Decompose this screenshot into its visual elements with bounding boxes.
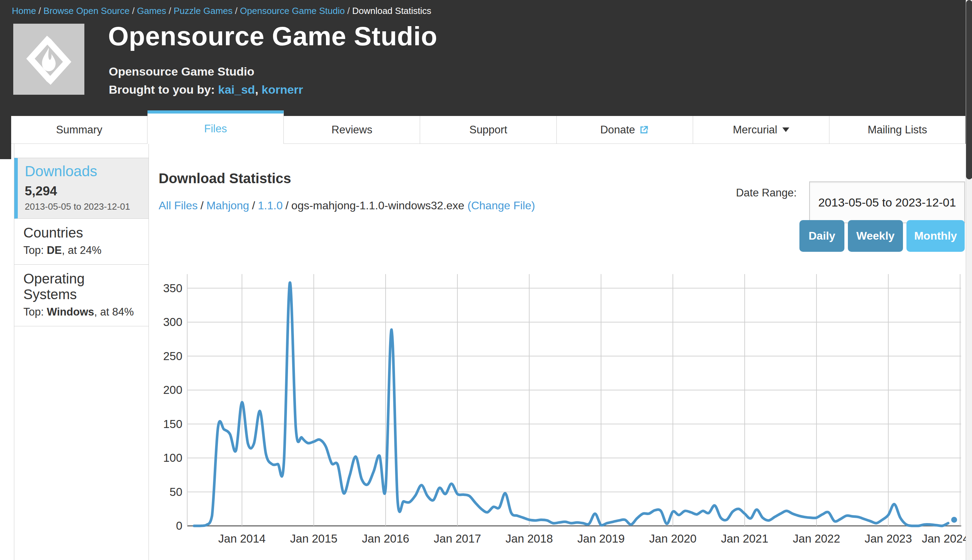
- tab-support[interactable]: Support: [420, 116, 556, 144]
- tab-donate-label: Donate: [601, 123, 635, 136]
- downloads-title: Downloads: [25, 163, 144, 180]
- svg-text:250: 250: [163, 350, 182, 363]
- breadcrumb-puzzle-games[interactable]: Puzzle Games: [174, 5, 233, 16]
- countries-top-value: DE: [47, 244, 62, 256]
- external-link-icon: [639, 125, 649, 135]
- breadcrumb-separator: /: [345, 5, 352, 16]
- svg-text:Jan 2015: Jan 2015: [290, 532, 338, 545]
- tab-reviews-label: Reviews: [331, 123, 372, 136]
- tab-support-label: Support: [469, 123, 507, 136]
- svg-text:Jan 2023: Jan 2023: [865, 532, 912, 545]
- breadcrumb-browse[interactable]: Browse Open Source: [43, 5, 130, 16]
- tab-bar: Summary Files Reviews Support Donate Mer…: [11, 110, 965, 144]
- scrollbar-thumb[interactable]: [966, 0, 972, 179]
- scrollbar-track[interactable]: [966, 0, 972, 560]
- svg-text:Jan 2014: Jan 2014: [218, 532, 266, 545]
- brought-by: Brought to you by: kai_sd, kornerr: [109, 83, 303, 97]
- breadcrumb-project[interactable]: Opensource Game Studio: [240, 5, 345, 16]
- svg-text:Jan 2020: Jan 2020: [649, 532, 697, 545]
- project-logo: [13, 24, 84, 95]
- breadcrumb-separator: /: [233, 5, 240, 16]
- maintainer-link-kai-sd[interactable]: kai_sd: [218, 83, 255, 96]
- tab-mercurial-label: Mercurial: [733, 123, 777, 136]
- os-title: Operating Systems: [23, 271, 140, 302]
- downloads-chart: 050100150200250300350Jan 2014Jan 2015Jan…: [152, 258, 968, 560]
- tab-summary-label: Summary: [56, 123, 102, 136]
- svg-text:Jan 2016: Jan 2016: [362, 532, 409, 545]
- breadcrumb: Home/Browse Open Source/Games/Puzzle Gam…: [12, 5, 431, 17]
- svg-text:150: 150: [163, 418, 182, 430]
- tab-mailing-lists-label: Mailing Lists: [868, 123, 927, 136]
- change-file-link[interactable]: (Change File): [467, 199, 535, 212]
- sidebar-item-countries[interactable]: Countries Top: DE, at 24%: [14, 219, 149, 265]
- os-top-prefix: Top:: [23, 306, 47, 318]
- page-title: Opensource Game Studio: [108, 21, 437, 51]
- maintainer-link-kornerr[interactable]: kornerr: [261, 83, 303, 96]
- svg-text:100: 100: [163, 451, 182, 464]
- monthly-button[interactable]: Monthly: [907, 220, 965, 252]
- countries-top-prefix: Top:: [23, 244, 47, 256]
- downloads-date-range: 2013-05-05 to 2023-12-01: [25, 201, 144, 212]
- date-range-label: Date Range:: [662, 187, 796, 199]
- tab-reviews[interactable]: Reviews: [284, 116, 420, 144]
- breadcrumb-current: Download Statistics: [352, 5, 431, 16]
- tab-mailing-lists[interactable]: Mailing Lists: [830, 116, 965, 144]
- svg-text:Jan 2024: Jan 2024: [922, 532, 968, 545]
- sidebar-empty-area: [14, 326, 149, 560]
- tab-mercurial[interactable]: Mercurial: [693, 116, 830, 144]
- tab-donate[interactable]: Donate: [557, 116, 693, 144]
- os-top-suffix: , at 84%: [94, 306, 134, 318]
- daily-button[interactable]: Daily: [800, 220, 845, 252]
- breadcrumb-home[interactable]: Home: [12, 5, 36, 16]
- svg-text:0: 0: [176, 519, 182, 532]
- svg-text:Jan 2018: Jan 2018: [505, 532, 553, 545]
- page-subtitle: Opensource Game Studio: [109, 65, 254, 78]
- page-section-heading: Download Statistics: [159, 171, 291, 186]
- file-path-filename: ogs-mahjong-1.1.0-windows32.exe: [291, 199, 464, 212]
- svg-text:200: 200: [163, 383, 182, 396]
- tab-files[interactable]: Files: [147, 110, 284, 144]
- tab-summary[interactable]: Summary: [11, 116, 147, 144]
- page: Home/Browse Open Source/Games/Puzzle Gam…: [0, 0, 972, 560]
- countries-top: Top: DE, at 24%: [23, 244, 140, 257]
- file-path-separator: /: [283, 199, 291, 212]
- file-path-separator: /: [249, 199, 258, 212]
- maintainer-separator: ,: [255, 83, 261, 96]
- countries-top-suffix: , at 24%: [62, 244, 102, 256]
- svg-text:Jan 2021: Jan 2021: [721, 532, 768, 545]
- sidebar-item-downloads[interactable]: Downloads 5,294 2013-05-05 to 2023-12-01: [14, 158, 149, 219]
- view-granularity-buttons: Daily Weekly Monthly: [800, 220, 965, 252]
- sidebar-spacer: [14, 144, 149, 158]
- file-path-version[interactable]: 1.1.0: [258, 199, 283, 212]
- sidebar-item-operating-systems[interactable]: Operating Systems Top: Windows, at 84%: [14, 265, 149, 326]
- svg-text:Jan 2019: Jan 2019: [577, 532, 625, 545]
- chevron-down-icon: [782, 127, 789, 132]
- os-top: Top: Windows, at 84%: [23, 306, 140, 318]
- svg-text:Jan 2022: Jan 2022: [793, 532, 840, 545]
- os-top-value: Windows: [47, 306, 94, 318]
- sidebar: Downloads 5,294 2013-05-05 to 2023-12-01…: [14, 144, 149, 560]
- date-range-input[interactable]: 2013-05-05 to 2023-12-01: [809, 182, 965, 223]
- weekly-button[interactable]: Weekly: [848, 220, 903, 252]
- countries-title: Countries: [23, 225, 140, 241]
- breadcrumb-separator: /: [36, 5, 43, 16]
- file-path-all-files[interactable]: All Files: [159, 199, 198, 212]
- file-path-separator: /: [198, 199, 206, 212]
- downloads-count: 5,294: [25, 184, 144, 198]
- breadcrumb-separator: /: [166, 5, 174, 16]
- svg-text:Jan 2017: Jan 2017: [434, 532, 481, 545]
- brought-by-label: Brought to you by:: [109, 83, 215, 96]
- tab-files-label: Files: [204, 123, 227, 135]
- svg-text:50: 50: [169, 485, 182, 498]
- breadcrumb-separator: /: [130, 5, 137, 16]
- file-path-mahjong[interactable]: Mahjong: [206, 199, 249, 212]
- breadcrumb-games[interactable]: Games: [137, 5, 166, 16]
- file-breadcrumb: All Files/Mahjong/1.1.0/ogs-mahjong-1.1.…: [159, 199, 535, 212]
- flame-diamond-icon: [23, 33, 75, 85]
- svg-text:350: 350: [163, 282, 182, 295]
- svg-text:300: 300: [163, 315, 182, 328]
